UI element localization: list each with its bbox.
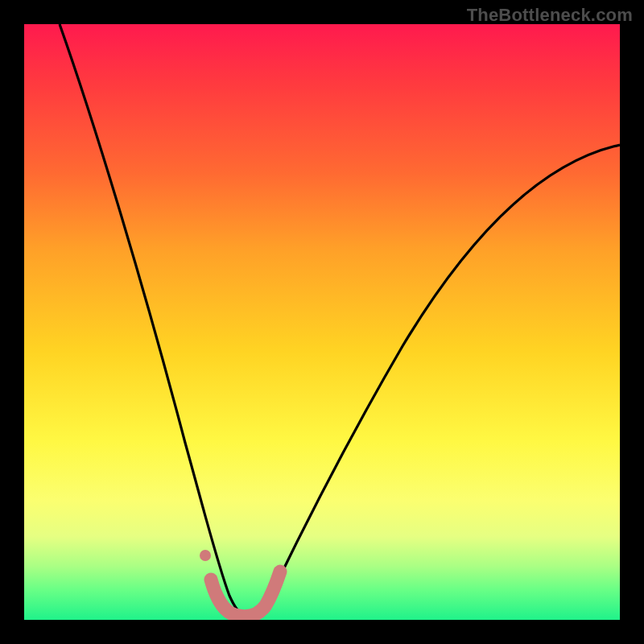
optimal-zone-marker bbox=[211, 572, 280, 617]
bottleneck-curve bbox=[60, 24, 620, 617]
optimal-zone-dot bbox=[200, 550, 211, 561]
curve-layer bbox=[24, 24, 620, 620]
plot-area bbox=[24, 24, 620, 620]
chart-container: TheBottleneck.com bbox=[0, 0, 644, 644]
watermark-text: TheBottleneck.com bbox=[467, 5, 633, 26]
